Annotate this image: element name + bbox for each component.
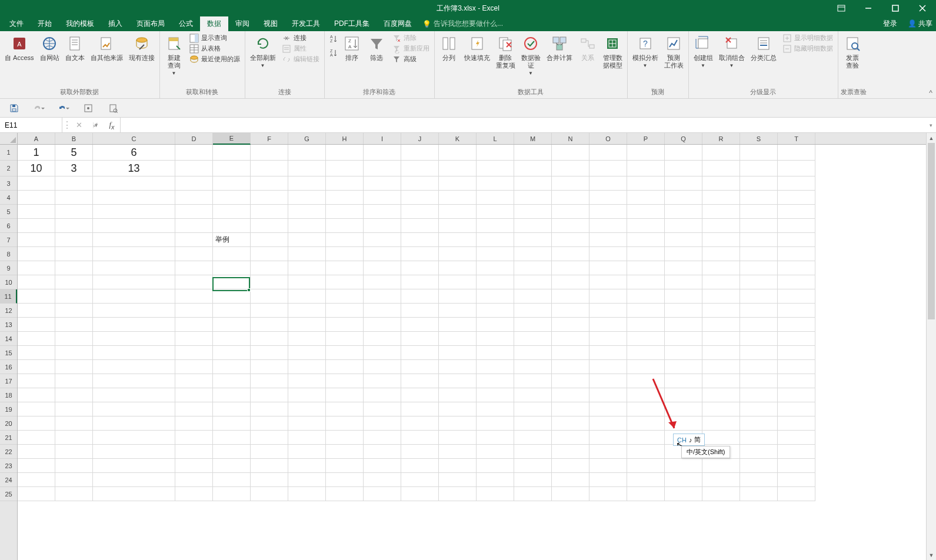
cell[interactable] (364, 318, 401, 332)
tell-me[interactable]: 💡 告诉我您想要做什么... (419, 16, 503, 31)
cell[interactable] (93, 261, 175, 275)
cell[interactable] (175, 233, 213, 247)
cell[interactable] (740, 332, 778, 346)
cell[interactable] (627, 388, 665, 402)
cell[interactable] (702, 161, 740, 176)
cell[interactable] (251, 459, 288, 473)
cell[interactable] (740, 247, 778, 261)
cell[interactable] (401, 318, 439, 332)
cell[interactable] (18, 346, 55, 360)
ribbon-display-options-button[interactable] (828, 0, 855, 16)
cell[interactable] (18, 205, 55, 219)
cell[interactable] (401, 473, 439, 487)
cell[interactable] (401, 205, 439, 219)
cell[interactable] (514, 487, 552, 501)
cell[interactable] (665, 487, 702, 501)
cell[interactable] (702, 191, 740, 205)
print-preview-button[interactable] (107, 102, 119, 114)
ribbon-tab[interactable]: PDF工具集 (327, 16, 377, 31)
row-header[interactable]: 7 (0, 233, 17, 247)
cell[interactable] (326, 388, 364, 402)
cell[interactable] (740, 402, 778, 416)
column-header[interactable]: D (175, 133, 213, 144)
cell[interactable] (627, 145, 665, 161)
cell[interactable] (326, 219, 364, 233)
row-header[interactable]: 16 (0, 360, 17, 374)
cell[interactable] (702, 473, 740, 487)
cell[interactable] (18, 360, 55, 374)
cell[interactable] (778, 261, 815, 275)
cell[interactable] (175, 304, 213, 318)
ribbon-tab[interactable]: 开始 (31, 16, 59, 31)
cell[interactable] (627, 176, 665, 191)
cell[interactable] (552, 289, 589, 304)
cell[interactable] (364, 219, 401, 233)
cell[interactable] (364, 247, 401, 261)
cell[interactable] (627, 289, 665, 304)
cell[interactable] (93, 459, 175, 473)
cell[interactable] (401, 402, 439, 416)
column-header[interactable]: M (514, 133, 552, 144)
cell[interactable] (702, 459, 740, 473)
cell[interactable] (627, 416, 665, 431)
scroll-thumb[interactable] (928, 143, 935, 319)
cell[interactable] (627, 431, 665, 445)
cell[interactable] (251, 304, 288, 318)
cell[interactable] (627, 261, 665, 275)
cell[interactable] (18, 233, 55, 247)
cell[interactable] (627, 275, 665, 289)
cell[interactable] (213, 145, 251, 161)
cell[interactable] (326, 318, 364, 332)
cell[interactable] (439, 304, 477, 318)
ribbon-tab[interactable]: 百度网盘 (377, 16, 419, 31)
cell[interactable] (288, 459, 326, 473)
cell[interactable] (589, 247, 627, 261)
existing-connections-button[interactable]: 现有连接 (126, 33, 157, 63)
cell[interactable] (18, 219, 55, 233)
row-header[interactable]: 10 (0, 275, 17, 289)
cell[interactable] (477, 318, 514, 332)
select-all-button[interactable] (0, 133, 17, 145)
cell[interactable]: 13 (93, 161, 175, 176)
cell[interactable] (326, 459, 364, 473)
cell[interactable] (439, 431, 477, 445)
cell[interactable] (665, 388, 702, 402)
cell[interactable] (364, 191, 401, 205)
cell[interactable] (175, 416, 213, 431)
cell[interactable] (439, 145, 477, 161)
cell[interactable] (514, 289, 552, 304)
cell[interactable] (740, 289, 778, 304)
cell[interactable] (401, 487, 439, 501)
cell[interactable] (439, 445, 477, 459)
cell[interactable] (364, 473, 401, 487)
ribbon-tab[interactable]: 视图 (257, 16, 285, 31)
cell[interactable] (589, 416, 627, 431)
sort-desc-button[interactable]: ZA (327, 47, 339, 59)
row-header[interactable]: 3 (0, 176, 17, 191)
column-header[interactable]: J (401, 133, 439, 144)
cell[interactable] (364, 360, 401, 374)
cell[interactable] (778, 459, 815, 473)
column-header[interactable]: T (778, 133, 815, 144)
cell[interactable] (552, 360, 589, 374)
cell[interactable] (401, 219, 439, 233)
cell[interactable] (514, 233, 552, 247)
cell[interactable] (589, 289, 627, 304)
cell[interactable] (778, 176, 815, 191)
cell[interactable] (740, 360, 778, 374)
column-header[interactable]: P (627, 133, 665, 144)
cell[interactable] (589, 304, 627, 318)
cell[interactable] (251, 431, 288, 445)
cell[interactable] (93, 318, 175, 332)
cell[interactable] (514, 161, 552, 176)
cell[interactable] (552, 275, 589, 289)
cell[interactable] (288, 487, 326, 501)
column-header[interactable]: Q (665, 133, 702, 144)
cell[interactable] (627, 332, 665, 346)
cell[interactable] (18, 332, 55, 346)
cell[interactable] (55, 445, 93, 459)
cell[interactable] (18, 487, 55, 501)
cell[interactable] (477, 473, 514, 487)
cell[interactable] (364, 487, 401, 501)
ribbon-tab[interactable]: 页面布局 (129, 16, 172, 31)
